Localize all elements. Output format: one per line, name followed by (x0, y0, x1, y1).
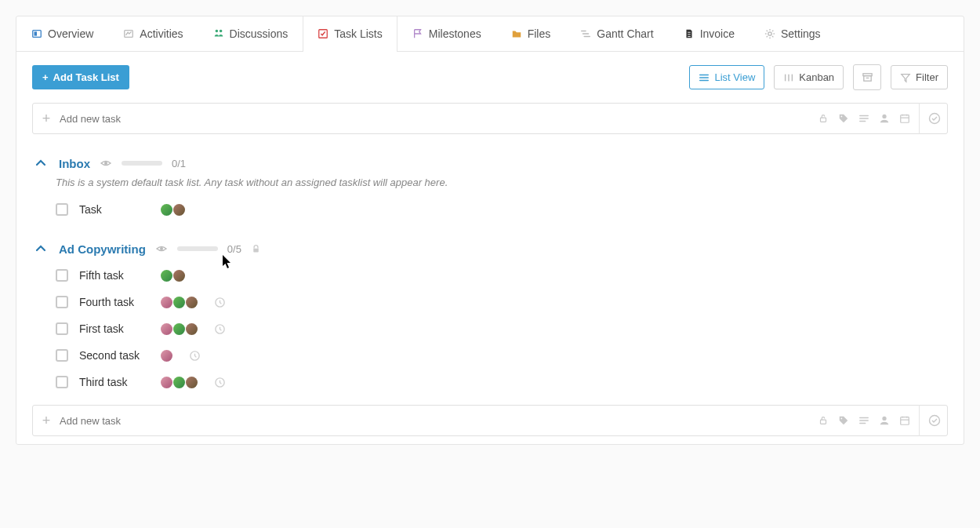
new-task-input[interactable] (60, 415, 817, 427)
submit-icon[interactable] (919, 103, 941, 134)
toolbar: + Add Task List List View Kanban Filter (16, 52, 964, 98)
add-task-list-button[interactable]: + Add Task List (32, 65, 129, 89)
avatar (161, 297, 172, 308)
chevron-up-icon[interactable] (32, 240, 49, 257)
tab-files[interactable]: Files (496, 16, 566, 51)
chevron-up-icon[interactable] (32, 155, 49, 172)
unlock-icon[interactable] (817, 414, 829, 427)
avatar (173, 323, 185, 335)
avatar (173, 270, 185, 282)
tab-overview[interactable]: Overview (16, 16, 108, 51)
settings-icon (764, 28, 775, 39)
avatar (161, 350, 172, 362)
task-checkbox[interactable] (56, 349, 68, 362)
calendar-icon[interactable] (898, 414, 911, 427)
task-title[interactable]: Fourth task (79, 296, 150, 308)
tasklist-title[interactable]: Inbox (59, 157, 90, 170)
tab-activities[interactable]: Activities (108, 16, 198, 51)
archive-icon (862, 71, 873, 83)
svg-rect-48 (821, 420, 826, 424)
task-title[interactable]: First task (79, 322, 150, 335)
svg-point-4 (219, 30, 222, 33)
avatar (173, 297, 185, 308)
tab-invoice[interactable]: Invoice (669, 16, 750, 51)
milestones-icon (412, 28, 423, 39)
avatar (161, 204, 172, 216)
tab-discussions[interactable]: Discussions (198, 16, 303, 51)
task-checkbox[interactable] (56, 296, 68, 308)
task-checkbox[interactable] (56, 322, 68, 335)
task-checkbox[interactable] (56, 203, 68, 216)
task-row: Second task (32, 342, 948, 369)
calendar-icon[interactable] (898, 112, 911, 125)
tab-label: Invoice (700, 27, 735, 40)
progress-bar (122, 161, 162, 166)
task-title[interactable]: Second task (79, 349, 150, 362)
plus-icon: + (42, 71, 49, 83)
tab-label: Milestones (429, 27, 481, 40)
list-view-button[interactable]: List View (689, 65, 764, 89)
gantt-icon (580, 28, 591, 39)
assignees[interactable] (161, 297, 198, 308)
svg-rect-30 (821, 118, 826, 122)
tasklist-header: Ad Copywriting0/5 (32, 235, 948, 262)
tasklist-description: This is a system default task list. Any … (32, 177, 948, 188)
assignees[interactable] (161, 350, 172, 362)
archive-button[interactable] (853, 64, 881, 90)
tag-icon[interactable] (837, 414, 850, 427)
svg-point-49 (841, 418, 843, 420)
assignees[interactable] (161, 377, 198, 388)
task-checkbox[interactable] (56, 376, 68, 388)
unlock-icon[interactable] (817, 112, 829, 125)
task-checkbox[interactable] (56, 269, 68, 282)
task-row: Third task (32, 369, 948, 395)
list-icon (699, 72, 710, 83)
tab-milestones[interactable]: Milestones (397, 16, 496, 51)
user-icon[interactable] (878, 112, 891, 125)
eye-icon[interactable] (155, 242, 168, 255)
plus-icon: + (33, 413, 60, 429)
task-title[interactable]: Fifth task (79, 269, 150, 282)
svg-rect-1 (34, 31, 38, 35)
tasklist-title[interactable]: Ad Copywriting (59, 242, 146, 256)
description-icon[interactable] (858, 112, 870, 125)
new-task-row-top: + (32, 103, 948, 134)
svg-point-3 (215, 30, 218, 33)
task-row: Fourth task (32, 289, 948, 315)
avatar (173, 204, 185, 216)
svg-line-20 (772, 31, 773, 31)
assignees[interactable] (161, 204, 185, 216)
svg-point-12 (768, 32, 771, 35)
task-count: 0/5 (227, 243, 241, 255)
submit-icon[interactable] (919, 405, 941, 436)
clock-icon (213, 322, 226, 335)
kanban-button[interactable]: Kanban (774, 65, 844, 89)
tab-label: Discussions (230, 27, 289, 40)
tab-gantt[interactable]: Gantt Chart (565, 16, 668, 51)
clock-icon (213, 376, 226, 388)
tab-label: Activities (140, 27, 183, 40)
tab-label: Overview (48, 27, 93, 40)
assignees[interactable] (161, 323, 198, 335)
user-icon[interactable] (878, 414, 891, 427)
task-title[interactable]: Third task (79, 376, 150, 388)
overview-icon (31, 28, 42, 39)
tab-label: Files (528, 27, 551, 40)
clock-icon (213, 296, 226, 308)
assignees[interactable] (161, 270, 185, 282)
svg-point-31 (841, 116, 843, 118)
description-icon[interactable] (858, 414, 870, 427)
new-task-input[interactable] (60, 113, 817, 125)
activities-icon (123, 28, 134, 39)
filter-label: Filter (916, 71, 938, 83)
task-title[interactable]: Task (79, 203, 150, 216)
eye-icon[interactable] (100, 157, 112, 169)
tab-label: Task Lists (334, 27, 382, 40)
tab-tasklists[interactable]: Task Lists (303, 16, 397, 51)
tasklist-ad: Ad Copywriting0/5Fifth taskFourth taskFi… (16, 228, 964, 400)
filter-button[interactable]: Filter (891, 65, 948, 89)
tab-settings[interactable]: Settings (750, 16, 836, 51)
tab-label: Gantt Chart (597, 27, 653, 40)
svg-line-17 (767, 31, 768, 31)
tag-icon[interactable] (837, 112, 850, 125)
